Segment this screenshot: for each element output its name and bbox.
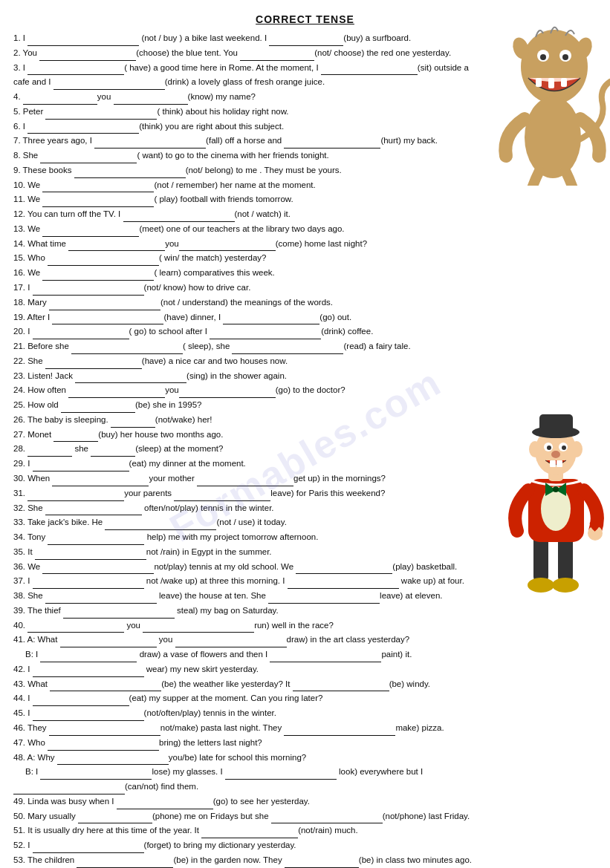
- blank[interactable]: [49, 726, 160, 736]
- blank[interactable]: [296, 564, 392, 574]
- blank[interactable]: [40, 154, 137, 163]
- blank[interactable]: [33, 462, 129, 471]
- blank[interactable]: [50, 682, 161, 691]
- blank[interactable]: [271, 814, 383, 823]
- blank[interactable]: [39, 51, 136, 61]
- line-47: 47. Who bring) the letters last night?: [13, 736, 478, 751]
- blank[interactable]: [42, 564, 154, 574]
- line-49: 49. Linda was busy when I (go) to see he…: [13, 794, 478, 809]
- blank[interactable]: [114, 95, 188, 105]
- blank[interactable]: [33, 286, 144, 296]
- blank[interactable]: [179, 388, 276, 398]
- blank[interactable]: [321, 65, 418, 75]
- blank[interactable]: [27, 447, 72, 457]
- blank[interactable]: [270, 653, 381, 662]
- blank[interactable]: [52, 315, 163, 324]
- blank[interactable]: [284, 726, 395, 736]
- blank[interactable]: [68, 241, 165, 251]
- blank[interactable]: [45, 359, 142, 369]
- blank[interactable]: [197, 477, 293, 486]
- svg-point-14: [552, 578, 579, 593]
- line-7: 7. Three years ago, I (fall) off a horse…: [13, 134, 478, 149]
- blank[interactable]: [33, 711, 144, 721]
- blank[interactable]: [174, 492, 270, 501]
- line-41a: 41. A: What you draw) in the art class y…: [13, 633, 478, 647]
- blank[interactable]: [63, 609, 175, 619]
- line-46: 46. They not/make) pasta last night. The…: [13, 721, 478, 736]
- blank[interactable]: [94, 139, 206, 149]
- line-36: 36. We not/play) tennis at my old school…: [13, 560, 478, 575]
- blank[interactable]: [27, 124, 139, 134]
- blank[interactable]: [48, 741, 159, 751]
- blank[interactable]: [175, 638, 287, 647]
- line-43: 43. What (be) the weather like yesterday…: [13, 677, 478, 692]
- blank[interactable]: [61, 403, 135, 413]
- blank[interactable]: [42, 227, 139, 237]
- line-24: 24. How often you(go) to the doctor?: [13, 383, 478, 398]
- blank[interactable]: [45, 506, 142, 515]
- line-50: 50. Mary usually (phone) me on Fridays b…: [13, 809, 478, 824]
- blank[interactable]: [285, 858, 359, 868]
- blank[interactable]: [223, 315, 319, 324]
- blank[interactable]: [269, 36, 343, 46]
- blank[interactable]: [27, 65, 124, 75]
- blank[interactable]: [49, 301, 160, 310]
- blank[interactable]: [33, 330, 129, 339]
- blank[interactable]: [33, 668, 144, 677]
- line-27: 27. Monet (buy) her house two months ago…: [13, 428, 478, 443]
- line-53: 53. The children (be) in the garden now.…: [13, 853, 478, 868]
- blank[interactable]: [53, 80, 165, 90]
- blank[interactable]: [232, 345, 343, 354]
- blank[interactable]: [179, 241, 276, 251]
- blank[interactable]: [105, 521, 216, 530]
- blank[interactable]: [48, 256, 159, 266]
- blank[interactable]: [27, 492, 124, 501]
- svg-rect-28: [557, 460, 562, 467]
- blank[interactable]: [27, 623, 124, 633]
- blank[interactable]: [35, 550, 146, 560]
- blank[interactable]: [225, 770, 337, 780]
- blank[interactable]: [117, 800, 213, 809]
- blank[interactable]: [57, 755, 169, 765]
- blank[interactable]: [27, 36, 139, 46]
- blank[interactable]: [42, 271, 154, 281]
- blank[interactable]: [210, 330, 321, 339]
- blank[interactable]: [48, 535, 144, 545]
- blank[interactable]: [123, 212, 235, 222]
- blank[interactable]: [40, 770, 152, 780]
- blank[interactable]: [45, 110, 157, 120]
- blank[interactable]: [77, 858, 173, 868]
- blank[interactable]: [75, 373, 186, 383]
- blank[interactable]: [240, 51, 314, 61]
- blank[interactable]: [268, 594, 380, 604]
- blank[interactable]: [42, 183, 154, 192]
- blank[interactable]: [40, 653, 137, 662]
- blank[interactable]: [201, 829, 298, 838]
- blank[interactable]: [53, 432, 98, 442]
- blank[interactable]: [68, 388, 165, 398]
- blank[interactable]: [288, 579, 399, 589]
- blank[interactable]: [33, 579, 144, 589]
- blank[interactable]: [45, 594, 157, 604]
- blank[interactable]: [91, 447, 135, 457]
- blank[interactable]: [143, 623, 254, 633]
- blank[interactable]: [23, 95, 97, 105]
- line-12: 12. You can turn off the TV. I (not / wa…: [13, 207, 478, 222]
- svg-point-24: [547, 446, 551, 450]
- svg-point-10: [525, 97, 581, 178]
- blank[interactable]: [60, 638, 157, 647]
- blank[interactable]: [71, 345, 183, 354]
- blank[interactable]: [33, 843, 144, 853]
- blank[interactable]: [52, 477, 149, 486]
- blank[interactable]: [111, 418, 155, 428]
- blank[interactable]: [33, 696, 129, 706]
- line-5: 5. Peter ( think) about his holiday righ…: [13, 105, 478, 120]
- line-9: 9. These books (not/ belong) to me . The…: [13, 163, 478, 178]
- blank[interactable]: [293, 682, 389, 691]
- svg-rect-27: [550, 460, 556, 467]
- blank[interactable]: [284, 139, 380, 149]
- blank[interactable]: [74, 169, 186, 178]
- blank[interactable]: [78, 814, 152, 823]
- blank[interactable]: [42, 198, 154, 207]
- blank[interactable]: [13, 785, 125, 794]
